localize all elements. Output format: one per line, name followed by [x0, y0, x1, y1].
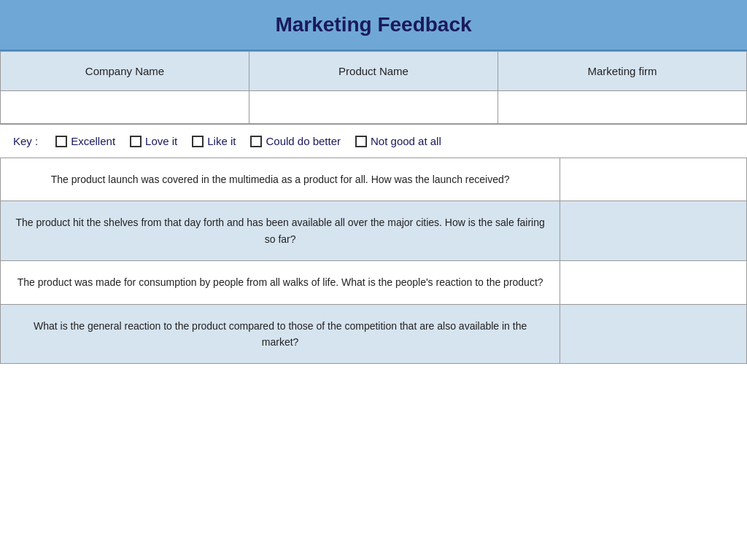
key-option-could-do-better: Could do better	[266, 135, 341, 147]
info-table: Company Name Product Name Marketing firm	[0, 51, 747, 124]
key-item-love-it: Love it	[130, 135, 177, 147]
checkbox-love-it[interactable]	[130, 136, 142, 147]
checkbox-excellent[interactable]	[55, 136, 67, 147]
table-row: What is the general reaction to the prod…	[1, 304, 747, 364]
question-cell-1: The product hit the shelves from that da…	[1, 201, 560, 261]
key-item-like-it: Like it	[192, 135, 236, 147]
answer-cell-0[interactable]	[560, 158, 747, 201]
key-item-excellent: Excellent	[55, 135, 115, 147]
checkbox-like-it[interactable]	[192, 136, 204, 147]
key-item-not-good: Not good at all	[355, 135, 441, 147]
page-title: Marketing Feedback	[275, 13, 471, 36]
checkbox-not-good[interactable]	[355, 136, 367, 147]
key-label: Key :	[13, 135, 38, 147]
question-cell-0: The product launch was covered in the mu…	[1, 158, 560, 201]
answer-cell-2[interactable]	[560, 261, 747, 304]
key-row: Key : Excellent Love it Like it Could do…	[0, 124, 747, 158]
company-name-input[interactable]	[1, 91, 249, 124]
checkbox-could-do-better[interactable]	[250, 136, 262, 147]
table-row: The product launch was covered in the mu…	[1, 158, 747, 201]
product-name-input[interactable]	[249, 91, 498, 124]
header: Marketing Feedback	[0, 0, 747, 51]
key-item-could-do-better: Could do better	[250, 135, 341, 147]
key-option-like-it: Like it	[207, 135, 236, 147]
key-option-excellent: Excellent	[71, 135, 115, 147]
col-product-header: Product Name	[249, 52, 498, 91]
table-row: The product hit the shelves from that da…	[1, 201, 747, 261]
col-firm-header: Marketing firm	[498, 52, 747, 91]
questions-table: The product launch was covered in the mu…	[0, 158, 747, 364]
answer-cell-1[interactable]	[560, 201, 747, 261]
key-option-not-good: Not good at all	[371, 135, 441, 147]
col-company-header: Company Name	[1, 52, 249, 91]
question-cell-2: The product was made for consumption by …	[1, 261, 560, 304]
marketing-firm-input[interactable]	[498, 91, 747, 124]
page: Marketing Feedback Company Name Product …	[0, 0, 747, 364]
question-cell-3: What is the general reaction to the prod…	[1, 304, 560, 364]
table-row: The product was made for consumption by …	[1, 261, 747, 304]
answer-cell-3[interactable]	[560, 304, 747, 364]
key-option-love-it: Love it	[145, 135, 177, 147]
